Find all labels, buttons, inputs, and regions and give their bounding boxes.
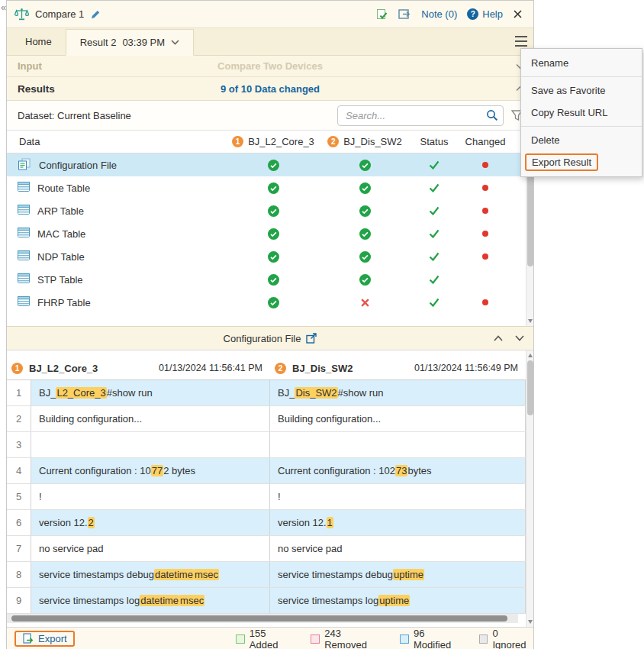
diff-right-cell: ! (270, 484, 526, 509)
table-row[interactable]: ARP Table (7, 199, 533, 222)
chevron-down-icon[interactable] (171, 40, 179, 45)
search-icon[interactable] (486, 109, 498, 121)
search-box (337, 105, 504, 126)
diff-left-cell: ! (31, 484, 270, 509)
column-changed: Changed (459, 136, 512, 147)
line-number: 1 (7, 380, 31, 405)
help-link[interactable]: ? Help (467, 8, 503, 20)
diff-left-cell: version 12.2 (31, 510, 270, 535)
table-row[interactable]: FHRP Table (7, 291, 533, 314)
left-device-timestamp: 01/13/2024 11:56:41 PM (159, 363, 262, 373)
diff-text: no service pad (278, 543, 343, 554)
diff-vertical-scrollbar[interactable] (526, 350, 533, 627)
menu-item-delete[interactable]: Delete (521, 129, 642, 151)
table-row[interactable]: MAC Table (7, 222, 533, 245)
table-icon (18, 228, 30, 237)
table-row[interactable]: Route Table (7, 176, 533, 199)
scroll-up-icon[interactable] (528, 354, 533, 357)
diff-left-cell: BJ_L2_Core_3#show run (31, 380, 270, 405)
tab-result[interactable]: Result 2 03:39 PM (66, 29, 194, 56)
right-device-timestamp: 01/13/2024 11:56:49 PM (414, 363, 518, 373)
close-icon[interactable] (513, 9, 523, 19)
diff-right-cell: Current configuration : 10273 bytes (270, 458, 526, 483)
diff-text: BJ_ (39, 387, 56, 399)
titlebar-actions: Note (0) ? Help (376, 8, 526, 21)
detail-title: Configuration File (224, 333, 301, 344)
open-detail-external-icon[interactable] (306, 333, 317, 344)
legend-item: 243 Removed (311, 628, 385, 649)
table-icon (18, 205, 30, 215)
prev-diff-icon[interactable] (494, 335, 503, 341)
diff-text: #show run (338, 387, 384, 399)
diff-text: #show run (107, 387, 153, 399)
results-summary: 9 of 10 Data changed (7, 83, 533, 95)
diff-right-cell: version 12.1 (270, 510, 526, 535)
table-icon (18, 296, 30, 306)
changed-dot-icon (482, 208, 488, 214)
results-section-header[interactable]: 9 of 10 Data changed Results (7, 77, 533, 101)
line-number: 8 (7, 562, 31, 587)
diff-text: service timestamps log (278, 595, 378, 606)
scroll-down-icon[interactable] (528, 620, 533, 624)
line-number: 3 (7, 432, 31, 457)
detail-section-header: Configuration File (7, 326, 533, 350)
status-check-icon (429, 252, 440, 261)
diff-highlight: L2_Core_3 (56, 387, 106, 399)
table-row[interactable]: Configuration File (7, 153, 533, 176)
row-icon (18, 182, 30, 194)
row-label: NDP Table (37, 251, 85, 263)
diff-right-cell: BJ_Dis_SW2#show run (270, 380, 526, 405)
diff-text: service timestamps log (39, 595, 140, 606)
compare-window: Compare 1 Note (0) ? Help (6, 0, 534, 649)
next-diff-icon[interactable] (515, 335, 524, 341)
tab-bar: Home Result 2 03:39 PM (7, 28, 533, 56)
more-options-icon[interactable] (515, 36, 527, 47)
menu-item-copy-result-url[interactable]: Copy Result URL (521, 102, 642, 124)
table-row[interactable]: STP Table (7, 268, 533, 291)
diff-header-right: 2 BJ_Dis_SW2 01/13/2024 11:56:49 PM (270, 357, 526, 379)
benchmark-report-icon[interactable] (376, 8, 388, 21)
diff-header: 1 BJ_L2_Core_3 01/13/2024 11:56:41 PM 2 … (7, 357, 526, 380)
export-button[interactable]: Export (14, 631, 75, 647)
column-device2: 2 BJ_Dis_SW2 (320, 136, 410, 147)
diff-left-cell: service timestamps log datetime msec (31, 588, 270, 613)
diff-highlight: Dis_SW2 (295, 387, 337, 399)
diff-text: ! (278, 491, 281, 502)
menu-divider (521, 126, 642, 127)
diff-text: ! (39, 491, 42, 502)
tab-home[interactable]: Home (11, 28, 66, 55)
diff-line: 9service timestamps log datetime msecser… (7, 588, 526, 614)
diff-highlight: msec (194, 569, 219, 580)
note-link[interactable]: Note (0) (421, 8, 457, 20)
legend-label: 96 Modified (414, 628, 464, 649)
diff-text: BJ_ (278, 387, 295, 399)
horizontal-scrollbar[interactable] (7, 614, 518, 623)
collapse-panel-icon[interactable]: « (1, 2, 6, 13)
diff-text: 2 bytes (163, 465, 195, 476)
search-input[interactable] (337, 105, 504, 126)
row-label: MAC Table (37, 228, 85, 240)
horizontal-scrollbar-thumb[interactable] (11, 615, 507, 622)
diff-scrollbar-thumb[interactable] (527, 360, 533, 415)
context-menu: RenameSave as FavoriteCopy Result URLDel… (520, 48, 642, 177)
diff-highlight: uptime (378, 595, 410, 606)
fail-x-icon (360, 298, 370, 308)
line-number: 5 (7, 484, 31, 509)
open-in-new-window-icon[interactable] (398, 8, 411, 20)
scroll-down-icon[interactable] (528, 319, 533, 323)
diff-highlight: 73 (395, 465, 407, 476)
edit-title-icon[interactable] (90, 9, 101, 20)
table-row[interactable]: NDP Table (7, 245, 533, 268)
column-data: Data (7, 136, 227, 147)
diff-line: 4Current configuration : 10772 bytesCurr… (7, 458, 526, 484)
data-table-body: Configuration FileRoute TableARP TableMA… (7, 153, 533, 326)
legend-item: 96 Modified (400, 628, 463, 649)
input-section-header[interactable]: Compare Two Devices Input (7, 56, 533, 77)
status-check-icon (429, 183, 440, 192)
success-circle-icon (268, 228, 279, 240)
menu-item-export-result[interactable]: Export Result (521, 151, 642, 173)
help-label: Help (482, 8, 503, 20)
menu-item-rename[interactable]: Rename (521, 52, 642, 74)
row-icon (18, 205, 30, 217)
menu-item-save-as-favorite[interactable]: Save as Favorite (521, 79, 642, 102)
